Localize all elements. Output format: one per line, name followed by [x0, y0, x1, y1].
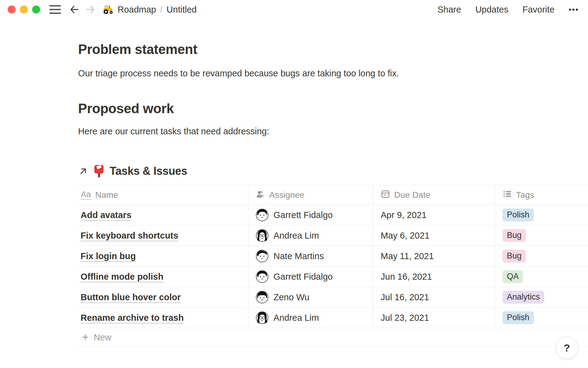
table-header-row: Aa Name Assignee [78, 185, 588, 205]
assignee-name: Zeno Wu [273, 292, 309, 302]
table-row: Fix login bug Nate Martins May 11, 2021 … [78, 246, 588, 266]
title-property-icon: Aa [81, 190, 91, 200]
andrea-lim-avatar [256, 311, 269, 324]
column-label: Tags [516, 190, 534, 200]
zoom-window-button[interactable] [32, 6, 40, 13]
paragraph-proposed-work: Here are our current tasks that need add… [78, 126, 588, 137]
window-controls [8, 6, 40, 13]
assignee-name: Andrea Lim [273, 313, 319, 323]
due-date-cell[interactable]: Jun 16, 2021 [373, 266, 495, 287]
tag-pill: Bug [503, 229, 526, 242]
task-name-cell: Add avatars [78, 205, 248, 225]
table-row: Rename archive to trash Andrea Lim Jul 2… [78, 308, 588, 328]
close-window-button[interactable] [8, 6, 16, 13]
new-row-label: New [94, 332, 111, 343]
open-as-page-arrow-icon[interactable] [78, 166, 88, 176]
help-button-label: ? [564, 342, 570, 354]
due-date-cell[interactable]: Jul 23, 2021 [373, 308, 495, 328]
task-name-cell: Offline mode polish [78, 266, 248, 287]
column-label: Name [95, 190, 118, 200]
due-date-cell[interactable]: May 6, 2021 [373, 225, 495, 246]
tags-cell[interactable]: QA [495, 266, 588, 287]
heading-proposed-work: Proposed work [78, 101, 588, 117]
tags-cell[interactable]: Polish [495, 205, 588, 225]
linked-database-title-row: Tasks & Issues [78, 163, 588, 179]
tasks-table: Aa Name Assignee [78, 185, 588, 347]
due-date-value: Jul 16, 2021 [381, 292, 429, 302]
table-row: Add avatars Garrett Fidalgo Apr 9, 2021 … [78, 205, 588, 225]
table-row: Offline mode polish Garrett Fidalgo Jun … [78, 266, 588, 287]
column-header-name[interactable]: Aa Name [78, 185, 248, 205]
more-options-button[interactable]: ••• [569, 5, 579, 14]
column-label: Assignee [269, 190, 304, 200]
assignee-name: Garrett Fidalgo [273, 272, 333, 282]
help-button[interactable]: ? [556, 337, 578, 359]
assignee-cell[interactable]: Garrett Fidalgo [248, 266, 373, 287]
tags-cell[interactable]: Analytics [495, 287, 588, 307]
column-header-tags[interactable]: Tags [495, 185, 588, 205]
task-name-link[interactable]: Add avatars [81, 210, 131, 220]
minimize-window-button[interactable] [20, 6, 28, 13]
page-content: Problem statement Our triage process nee… [0, 41, 588, 347]
due-date-value: Jun 16, 2021 [381, 272, 432, 282]
topbar-actions: Share Updates Favorite ••• [438, 5, 579, 15]
task-name-cell: Rename archive to trash [78, 308, 248, 328]
tags-cell[interactable]: Bug [495, 225, 588, 246]
assignee-name: Andrea Lim [273, 231, 319, 241]
assignee-name: Nate Martins [273, 251, 324, 261]
task-name-cell: Button blue hover color [78, 287, 248, 307]
assignee-cell[interactable]: Nate Martins [248, 246, 373, 266]
people-icon [256, 189, 265, 201]
sidebar-menu-icon[interactable] [49, 5, 61, 14]
calendar-icon [381, 189, 390, 201]
due-date-cell[interactable]: Apr 9, 2021 [373, 205, 495, 225]
assignee-cell[interactable]: Garrett Fidalgo [248, 205, 373, 225]
task-name-link[interactable]: Button blue hover color [81, 292, 181, 302]
assignee-cell[interactable]: Zeno Wu [248, 287, 373, 307]
tag-pill: Bug [503, 250, 526, 263]
garrett-fidalgo-avatar [256, 209, 269, 221]
favorite-button[interactable]: Favorite [522, 5, 555, 15]
back-arrow-icon[interactable] [69, 4, 80, 15]
tag-pill: Polish [503, 209, 534, 221]
plus-icon: + [82, 332, 89, 343]
tags-cell[interactable]: Bug [495, 246, 588, 266]
column-header-due-date[interactable]: Due Date [373, 185, 495, 205]
table-body: Add avatars Garrett Fidalgo Apr 9, 2021 … [78, 205, 588, 328]
nate-martins-avatar [256, 250, 269, 263]
assignee-cell[interactable]: Andrea Lim [248, 225, 373, 246]
forward-arrow-icon[interactable] [85, 4, 96, 15]
bulleted-list-icon [503, 189, 512, 201]
task-name-link[interactable]: Offline mode polish [81, 272, 164, 282]
tractor-page-icon [103, 4, 114, 15]
due-date-cell[interactable]: May 11, 2021 [373, 246, 495, 266]
task-name-link[interactable]: Fix login bug [81, 251, 136, 261]
updates-button[interactable]: Updates [475, 5, 508, 15]
andrea-lim-avatar [256, 229, 269, 242]
breadcrumb-item-untitled[interactable]: Untitled [167, 5, 197, 15]
column-header-assignee[interactable]: Assignee [248, 185, 373, 205]
share-button[interactable]: Share [438, 5, 461, 15]
assignee-name: Garrett Fidalgo [273, 210, 333, 220]
task-name-link[interactable]: Fix keyboard shortcuts [81, 231, 178, 241]
tag-pill: Polish [503, 311, 534, 324]
paragraph-problem-statement: Our triage process needs to be revamped … [78, 68, 588, 79]
breadcrumb-separator: / [160, 5, 163, 15]
tags-cell[interactable]: Polish [495, 308, 588, 328]
new-row-button[interactable]: + New [78, 328, 588, 347]
breadcrumb-item-roadmap[interactable]: Roadmap [118, 5, 156, 15]
tag-pill: QA [503, 270, 523, 283]
database-title[interactable]: Tasks & Issues [110, 165, 187, 178]
due-date-value: May 6, 2021 [381, 231, 430, 241]
task-name-link[interactable]: Rename archive to trash [81, 313, 184, 323]
due-date-value: Apr 9, 2021 [381, 210, 427, 220]
assignee-cell[interactable]: Andrea Lim [248, 308, 373, 328]
tag-pill: Analytics [503, 291, 544, 304]
task-name-cell: Fix login bug [78, 246, 248, 266]
due-date-value: May 11, 2021 [381, 251, 434, 261]
postbox-icon [93, 164, 105, 178]
due-date-cell[interactable]: Jul 16, 2021 [373, 287, 495, 307]
zeno-wu-avatar [256, 291, 269, 304]
history-nav [69, 4, 96, 15]
breadcrumb: Roadmap / Untitled [103, 4, 197, 15]
